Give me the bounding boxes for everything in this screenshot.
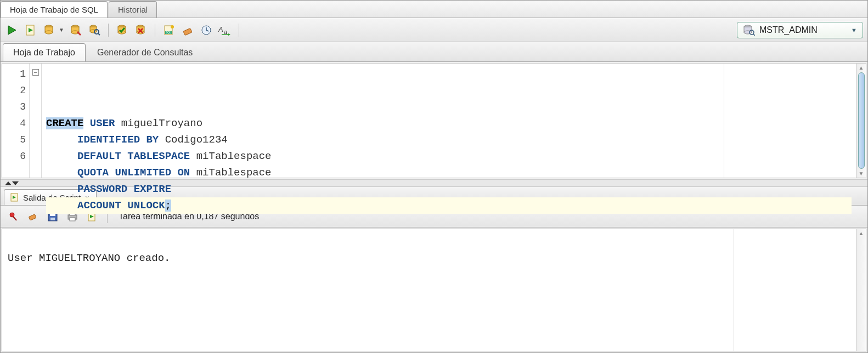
collapse-up-icon[interactable] [5,181,12,185]
sql-keyword: PASSWORD [77,183,127,195]
scroll-down-icon[interactable]: ▼ [859,170,864,176]
clear-button[interactable] [181,23,195,37]
toolbar-separator [155,24,155,37]
fold-toggle[interactable]: − [32,69,39,76]
scroll-up-icon[interactable]: ▲ [859,230,864,236]
svg-line-35 [753,34,755,36]
explain-plan-button[interactable] [42,23,57,37]
format-case-icon: Aa [218,25,232,36]
commit-button[interactable] [115,23,129,37]
eraser-icon [182,24,194,36]
sql-text [121,200,127,212]
sql-tuning-button[interactable] [87,23,102,37]
output-text[interactable]: User MIGUELTROYANO creado. [2,229,856,351]
code-area[interactable]: CREATE USER miguelTroyano IDENTIFIED BY … [42,64,856,178]
sql-history-button[interactable] [199,23,213,37]
tab-sql-worksheet[interactable]: Hoja de Trabajo de SQL [1,1,108,18]
sql-text [83,117,89,129]
sql-keyword: BY [146,134,159,146]
db-explain-icon [43,24,55,36]
connection-selector[interactable]: MSTR_ADMIN ▼ [737,22,863,38]
sql-keyword: UNLIMITED [115,167,171,179]
eraser-icon [27,212,38,221]
play-icon [7,25,18,36]
sql-text [46,134,77,146]
script-run-icon [25,24,37,36]
clock-icon [200,24,212,36]
svg-line-39 [13,217,16,220]
svg-rect-43 [50,218,55,220]
main-toolbar: ▼ SQL Aa MSTR_ADMIN ▼ [1,18,867,42]
sql-text: miguelTroyano [115,117,202,129]
sql-keyword: USER [90,117,115,129]
sql-keyword: ACCOUNT [77,200,121,212]
svg-text:A: A [218,25,223,33]
svg-point-23 [171,25,174,29]
collapse-down-icon[interactable] [12,181,19,185]
code-line[interactable]: ACCOUNT UNLOCK; [46,197,852,214]
top-tab-bar: Hoja de Trabajo de SQL Historial [1,1,867,18]
svg-point-5 [45,31,53,34]
svg-point-33 [744,31,752,34]
output-scrollbar[interactable]: ▲ [856,229,866,351]
pin-icon [8,212,18,221]
code-line[interactable]: DEFAULT TABLESPACE miTablespace [46,148,852,164]
sql-keyword: TABLESPACE [127,150,190,162]
unshared-worksheet-button[interactable]: SQL [162,23,176,37]
toolbar-dropdown-arrow[interactable]: ▼ [59,27,64,33]
svg-text:a: a [224,29,227,35]
chevron-down-icon: ▼ [851,27,857,33]
run-statement-button[interactable] [5,23,19,37]
subtab-worksheet[interactable]: Hoja de Trabajo [3,43,86,61]
svg-rect-40 [29,214,36,220]
line-number: 4 [2,115,26,132]
sql-text: miTablespace [190,150,271,162]
sql-text: ; [165,200,171,212]
sql-keyword: UNLOCK [127,200,165,212]
output-panel: User MIGUELTROYANO creado. ▲ [2,229,866,351]
sql-keyword: EXPIRE [134,183,171,195]
db-magnify-icon [88,24,100,36]
line-number: 5 [2,132,26,148]
line-number: 6 [2,148,26,164]
scroll-thumb[interactable] [858,72,865,169]
svg-rect-24 [183,28,192,35]
code-line[interactable]: CREATE USER miguelTroyano [46,115,852,132]
run-script-button[interactable] [24,23,38,37]
sql-text [46,150,77,162]
db-trace-icon [70,24,82,36]
to-uppercase-button[interactable]: Aa [218,23,232,37]
clear-output-button[interactable] [26,209,40,224]
svg-text:SQL: SQL [166,31,171,34]
db-connection-icon [743,25,755,36]
svg-rect-46 [70,218,75,221]
toolbar-separator [239,24,239,37]
sql-developer-panel: Hoja de Trabajo de SQL Historial ▼ SQL [0,0,868,353]
line-number: 3 [2,99,26,115]
tab-history[interactable]: Historial [109,1,157,18]
connection-name: MSTR_ADMIN [759,25,847,35]
sql-text [127,183,133,195]
editor-margin-line [724,64,724,178]
scroll-up-icon[interactable]: ▲ [859,65,864,71]
sql-text [171,167,177,179]
code-line[interactable]: PASSWORD EXPIRE [46,181,852,197]
editor-scrollbar[interactable]: ▲ ▼ [856,64,866,178]
subtab-query-builder[interactable]: Generador de Consultas [87,43,203,61]
sql-editor[interactable]: 123456 − CREATE USER miguelTroyano IDENT… [2,63,866,178]
pin-button[interactable] [6,209,20,224]
sql-keyword: ON [177,167,190,179]
sql-file-icon: SQL [163,24,175,36]
sql-text [121,150,127,162]
code-line[interactable]: IDENTIFIED BY Codigo1234 [46,132,852,148]
autotrace-button[interactable] [69,23,83,37]
sql-keyword: DEFAULT [77,150,121,162]
worksheet-subtabs: Hoja de Trabajo Generador de Consultas [1,42,867,62]
fold-gutter: − [30,64,42,178]
code-line[interactable]: QUOTA UNLIMITED ON miTablespace [46,164,852,181]
sql-keyword: QUOTA [77,167,109,179]
line-number-gutter: 123456 [2,64,30,178]
rollback-button[interactable] [134,23,148,37]
toolbar-separator [108,24,109,37]
sql-text [46,183,77,195]
